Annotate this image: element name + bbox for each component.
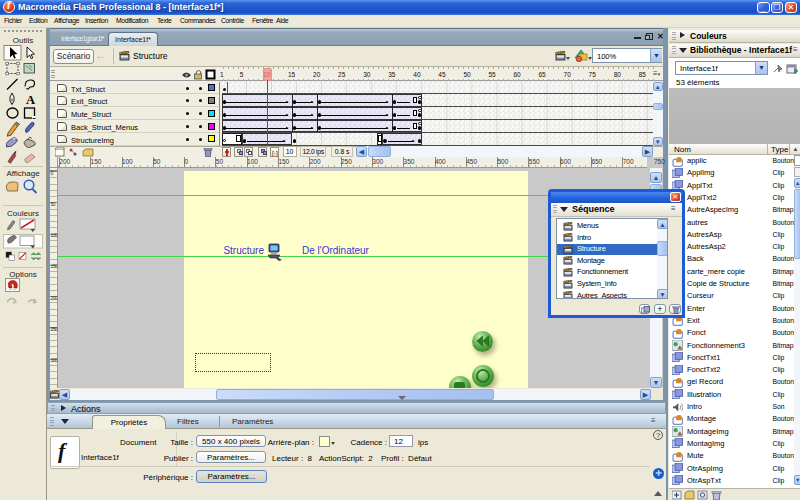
svg-text:A: A xyxy=(26,93,35,107)
